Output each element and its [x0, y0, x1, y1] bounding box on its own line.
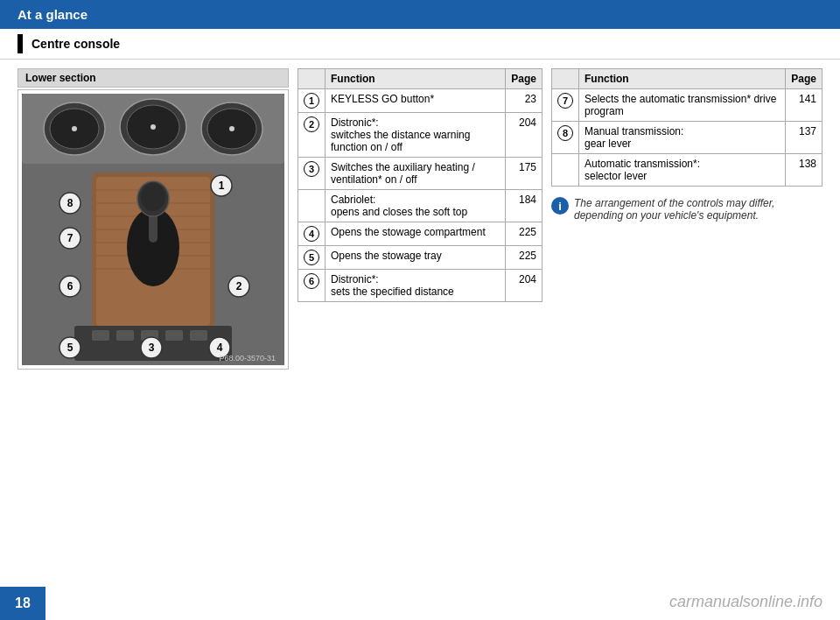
middle-table-num-header — [298, 69, 326, 89]
image-box-title: Lower section — [18, 68, 289, 88]
table-row: 4Opens the stowage compartment225 — [298, 222, 542, 246]
svg-text:P68.00-3570-31: P68.00-3570-31 — [219, 354, 276, 363]
page-number: 18 — [0, 587, 46, 620]
svg-text:8: 8 — [67, 197, 74, 209]
row-function: Switches the auxiliary heating / ventila… — [326, 158, 506, 190]
svg-point-4 — [72, 126, 77, 131]
row-num — [552, 154, 579, 187]
row-page: 137 — [786, 122, 822, 154]
row-function: KEYLESS GO button* — [326, 89, 506, 113]
row-page: 225 — [506, 222, 542, 246]
row-num: 6 — [298, 270, 326, 302]
middle-table-function-header: Function — [326, 69, 506, 89]
svg-point-10 — [229, 126, 234, 131]
svg-text:5: 5 — [67, 342, 74, 354]
row-page: 204 — [506, 113, 542, 158]
header-title: At a glance — [18, 7, 88, 22]
row-function: Manual transmission: gear lever — [579, 122, 786, 154]
row-num: 3 — [298, 158, 326, 190]
svg-text:7: 7 — [67, 232, 74, 244]
table-row: 1KEYLESS GO button*23 — [298, 89, 542, 113]
row-function: Distronic*: sets the specified distance — [326, 270, 506, 302]
watermark: carmanualsonline.info — [669, 593, 822, 611]
car-image: 1 2 3 4 5 6 — [22, 94, 284, 365]
row-function: Distronic*: switches the distance warnin… — [326, 113, 506, 158]
row-num: 7 — [552, 89, 579, 122]
svg-text:3: 3 — [149, 342, 155, 354]
middle-table-page-header: Page — [506, 69, 542, 89]
row-num: 5 — [298, 246, 326, 270]
row-function: Selects the automatic transmission* driv… — [579, 89, 786, 122]
row-function: Opens the stowage compartment — [326, 222, 506, 246]
table-row: 2Distronic*: switches the distance warni… — [298, 113, 542, 158]
svg-text:1: 1 — [219, 180, 225, 192]
row-num — [298, 190, 326, 222]
right-table-num-header — [552, 69, 579, 89]
middle-table: Function Page 1KEYLESS GO button*232Dist… — [298, 68, 542, 302]
table-row: 5Opens the stowage tray225 — [298, 246, 542, 270]
svg-text:4: 4 — [217, 342, 223, 354]
row-page: 23 — [506, 89, 542, 113]
row-num: 8 — [552, 122, 579, 154]
right-table-function-header: Function — [579, 69, 786, 89]
svg-rect-25 — [92, 330, 109, 341]
info-note-text: The arrangement of the controls may diff… — [574, 197, 822, 222]
svg-rect-26 — [116, 330, 134, 341]
info-note: i The arrangement of the controls may di… — [551, 197, 822, 222]
table-row: Automatic transmission*: selector lever1… — [552, 154, 822, 187]
row-page: 141 — [786, 89, 822, 122]
row-page: 225 — [506, 246, 542, 270]
info-icon: i — [551, 197, 569, 215]
left-panel: Lower section — [18, 68, 289, 370]
row-page: 204 — [506, 270, 542, 302]
row-num: 4 — [298, 222, 326, 246]
table-row: 6Distronic*: sets the specified distance… — [298, 270, 542, 302]
right-table: Function Page 7Selects the automatic tra… — [551, 68, 822, 187]
svg-rect-29 — [190, 330, 207, 341]
right-table-page-header: Page — [786, 69, 822, 89]
row-page: 184 — [506, 190, 542, 222]
main-content: Lower section — [0, 60, 840, 378]
svg-point-7 — [150, 124, 156, 130]
header-bar: At a glance — [0, 0, 840, 29]
black-accent-bar — [18, 34, 23, 53]
svg-point-23 — [141, 183, 165, 211]
row-page: 175 — [506, 158, 542, 190]
row-num: 2 — [298, 113, 326, 158]
table-row: Cabriolet: opens and closes the soft top… — [298, 190, 542, 222]
section-title: Centre console — [32, 37, 120, 51]
right-panel: Function Page 7Selects the automatic tra… — [551, 68, 822, 370]
table-row: 8Manual transmission: gear lever137 — [552, 122, 822, 154]
svg-text:2: 2 — [236, 280, 242, 292]
table-row: 7Selects the automatic transmission* dri… — [552, 89, 822, 122]
image-box: 1 2 3 4 5 6 — [18, 89, 289, 370]
svg-rect-28 — [165, 330, 183, 341]
row-function: Opens the stowage tray — [326, 246, 506, 270]
row-page: 138 — [786, 154, 822, 187]
row-function: Automatic transmission*: selector lever — [579, 154, 786, 187]
row-num: 1 — [298, 89, 326, 113]
svg-text:6: 6 — [67, 280, 74, 292]
middle-panel: Function Page 1KEYLESS GO button*232Dist… — [298, 68, 542, 370]
section-title-row: Centre console — [0, 29, 840, 60]
row-function: Cabriolet: opens and closes the soft top — [326, 190, 506, 222]
table-row: 3Switches the auxiliary heating / ventil… — [298, 158, 542, 190]
